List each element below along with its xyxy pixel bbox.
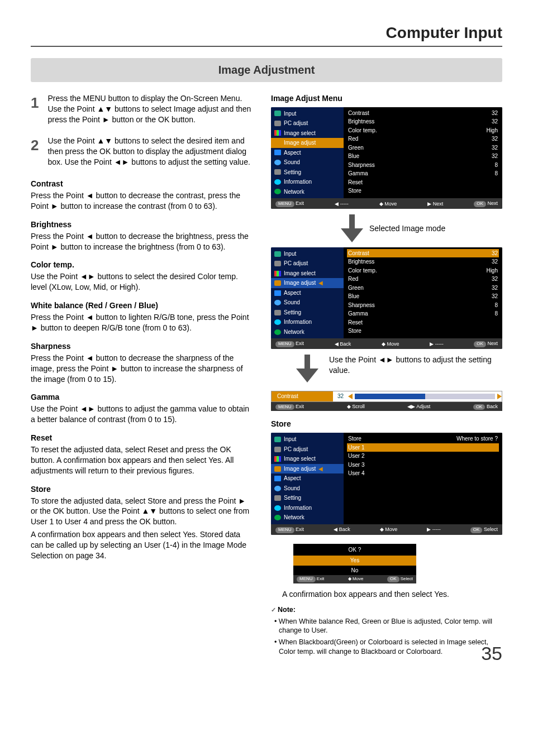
osd-item-imageselect[interactable]: Image select (271, 454, 344, 464)
setting-icon (274, 310, 281, 315)
osd-row[interactable]: Green32 (347, 143, 499, 152)
osd-row[interactable]: Blue32 (347, 292, 499, 301)
step-1: 1 Press the MENU button to display the O… (31, 93, 254, 127)
osd-row[interactable]: Blue32 (347, 152, 499, 161)
osd-row[interactable]: Color temp.High (347, 266, 499, 275)
osd-item-imageadjust[interactable]: Image adjust◀ (271, 464, 344, 474)
osd-row[interactable]: Green32 (347, 284, 499, 293)
store-title: Store (271, 419, 502, 429)
osd-main-panel: StoreWhere to store ? User 1 User 2 User… (344, 433, 502, 524)
confirm-no[interactable]: No (293, 566, 416, 576)
contrast-text: Press the Point ◄ button to decrease the… (31, 190, 254, 212)
imageadjust-icon (274, 280, 281, 286)
osd-row[interactable]: Red32 (347, 275, 499, 284)
osd-item-aspect[interactable]: Aspect (271, 473, 344, 484)
ok-pill: OK (474, 201, 486, 207)
osd-item-information[interactable]: Information (271, 503, 344, 513)
osd-row[interactable]: Store (347, 327, 499, 336)
osd-item-sound[interactable]: Sound (271, 157, 344, 168)
chevron-left-icon: ◀ (318, 465, 323, 473)
step-1-text: Press the MENU button to display the On-… (47, 93, 254, 125)
osd-row[interactable]: Red32 (347, 135, 499, 143)
confirm-yes[interactable]: Yes (293, 556, 416, 566)
triangle-left-icon (348, 394, 353, 399)
slider-track[interactable] (355, 394, 495, 399)
osd-item-information[interactable]: Information (271, 177, 344, 187)
slider-fill (355, 394, 425, 399)
osd-item-sound[interactable]: Sound (271, 484, 344, 494)
step-2-text: Use the Point ▲▼ buttons to select the d… (47, 136, 254, 168)
osd-item-network[interactable]: Network (271, 187, 344, 197)
osd-item-input[interactable]: Input (271, 109, 344, 119)
osd-item-network[interactable]: Network (271, 327, 344, 337)
note-bullet-1: When White balance Red, Green or Blue is… (271, 617, 502, 636)
osd-item-sound[interactable]: Sound (271, 298, 344, 308)
osd-row[interactable]: Sharpness8 (347, 301, 499, 310)
colortemp-text: Use the Point ◄► buttons to select the d… (31, 271, 254, 293)
store-text-2: A confirmation box appears and then sele… (31, 529, 254, 561)
osd-row-selected[interactable]: Contrast32 (347, 249, 499, 258)
note-heading: Note: (271, 606, 296, 614)
reset-text: To reset the adjusted data, select Reset… (31, 444, 254, 476)
osd-item-pcadjust[interactable]: PC adjust (271, 118, 344, 128)
osd-row-user4[interactable]: User 4 (347, 469, 499, 478)
osd-item-aspect[interactable]: Aspect (271, 288, 344, 298)
osd-label: Input (284, 110, 296, 118)
osd-item-input[interactable]: Input (271, 249, 344, 259)
store-heading: Store (31, 484, 254, 495)
osd-label: Setting (284, 169, 301, 176)
osd-row[interactable]: Reset (347, 318, 499, 327)
osd-item-imageadjust[interactable]: Image adjust▶ (271, 138, 344, 148)
osd-row-user3[interactable]: User 3 (347, 461, 499, 470)
svg-marker-1 (296, 355, 318, 382)
header-rule (31, 46, 502, 47)
slider-footer: MENU Exit ◆ Scroll ◀▶ Adjust OK Back (271, 402, 502, 412)
osd-row[interactable]: Reset (347, 178, 499, 187)
note-block: Note: When White balance Red, Green or B… (271, 605, 502, 657)
arrow-down-icon (293, 355, 321, 385)
osd-footer: MENU Exit ◀ ----- ◆ Move ▶ Next OK Next (271, 198, 502, 209)
osd-item-pcadjust[interactable]: PC adjust (271, 259, 344, 269)
osd-label: Image select (284, 130, 316, 137)
osd-sidebar: Input PC adjust Image select Image adjus… (271, 107, 344, 199)
page-header: Computer Input (31, 22, 502, 46)
osd-row[interactable]: Sharpness8 (347, 161, 499, 170)
osd-item-network[interactable]: Network (271, 513, 344, 523)
svg-marker-0 (341, 214, 363, 242)
osd-item-information[interactable]: Information (271, 317, 344, 327)
osd-item-imageadjust[interactable]: Image adjust◀ (271, 278, 344, 288)
osd-row[interactable]: Contrast32 (347, 109, 499, 118)
imageselect-icon (274, 271, 281, 276)
osd-item-setting[interactable]: Setting (271, 493, 344, 503)
page-number: 35 (481, 641, 502, 667)
osd-row[interactable]: Brightness32 (347, 257, 499, 266)
osd-label: Image adjust (284, 139, 316, 147)
osd-item-pcadjust[interactable]: PC adjust (271, 444, 344, 454)
pcadjust-icon (274, 121, 281, 126)
osd-item-imageselect[interactable]: Image select (271, 269, 344, 279)
footer-dashes: ----- (340, 201, 349, 207)
colortemp-heading: Color temp. (31, 260, 254, 270)
osd-item-aspect[interactable]: Aspect (271, 148, 344, 158)
osd-row[interactable]: Store (347, 186, 499, 195)
osd-row[interactable]: Gamma8 (347, 309, 499, 318)
osd-row-user1[interactable]: User 1 (347, 443, 499, 452)
osd-main-panel: Contrast32 Brightness32 Color temp.High … (344, 107, 502, 199)
osd-item-setting[interactable]: Setting (271, 168, 344, 178)
footer-oknext: Next (487, 200, 498, 206)
pointer-note: Use the Point ◄► buttons to adjust the s… (329, 355, 502, 376)
osd-row[interactable]: Brightness32 (347, 117, 499, 126)
store-text: To store the adjusted data, select Store… (31, 496, 254, 528)
adjust-slider[interactable]: Contrast 32 (271, 391, 502, 402)
network-icon (274, 189, 281, 194)
osd-item-setting[interactable]: Setting (271, 308, 344, 318)
osd-row-user2[interactable]: User 2 (347, 452, 499, 461)
osd-image-adjust-menu: Input PC adjust Image select Image adjus… (271, 107, 502, 209)
osd-item-input[interactable]: Input (271, 434, 344, 444)
osd-contrast-selected: Input PC adjust Image select Image adjus… (271, 247, 502, 349)
osd-label: Sound (284, 159, 300, 166)
osd-row[interactable]: Color temp.High (347, 126, 499, 135)
step-1-number: 1 (31, 93, 39, 127)
osd-item-imageselect[interactable]: Image select (271, 128, 344, 138)
osd-row[interactable]: Gamma8 (347, 169, 499, 178)
